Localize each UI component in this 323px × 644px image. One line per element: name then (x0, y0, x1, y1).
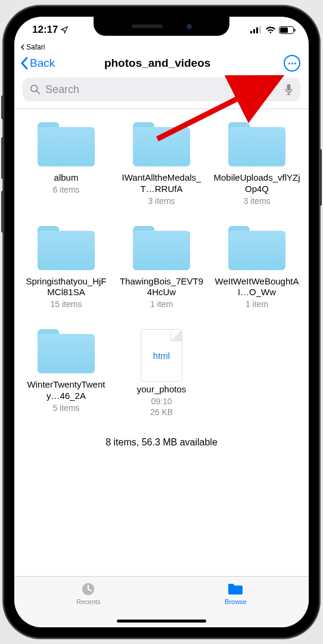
cellular-icon (250, 26, 262, 33)
item-name: MobileUploads_vflYZjOp4Q (213, 172, 300, 195)
file-icon: html (141, 329, 182, 382)
svg-rect-2 (256, 27, 258, 33)
location-icon (60, 26, 69, 34)
file-item[interactable]: html your_photos 09:10 26 KB (118, 329, 205, 417)
item-sub: 6 items (23, 185, 110, 194)
notch (94, 17, 229, 36)
wifi-icon (265, 26, 276, 34)
clock-icon (80, 581, 97, 597)
folder-item[interactable]: IWantAlltheMedals_T…RRUfA 3 items (118, 122, 205, 206)
search-placeholder: Search (45, 83, 79, 96)
item-name: IWantAlltheMedals_T…RRUfA (118, 172, 205, 195)
folder-icon (133, 122, 190, 166)
phone-frame: 12:17 Safari Back photos_and_videos (4, 6, 319, 638)
folder-icon (133, 226, 190, 270)
item-sub: 3 items (118, 196, 205, 206)
svg-rect-1 (253, 29, 255, 33)
folder-item[interactable]: WeItWeItWeBoughtAI…O_Ww 1 item (213, 226, 300, 309)
chevron-left-icon (19, 56, 30, 70)
folder-item[interactable]: ThawingBois_7EVT94HcUw 1 item (118, 226, 205, 309)
folder-icon (38, 329, 95, 373)
item-name: WeItWeItWeBoughtAI…O_Ww (213, 276, 300, 299)
tab-browse[interactable]: Browse (225, 581, 247, 627)
svg-rect-3 (259, 26, 261, 33)
home-indicator[interactable] (117, 620, 206, 623)
screen: 12:17 Safari Back photos_and_videos (14, 17, 309, 627)
svg-rect-5 (280, 27, 288, 33)
item-name: your_photos (118, 384, 205, 395)
item-sub: 1 item (213, 299, 300, 309)
file-badge: html (153, 351, 170, 361)
folder-icon (228, 122, 285, 166)
folder-icon (38, 226, 95, 270)
folder-icon (38, 122, 95, 166)
item-sub: 3 items (213, 196, 300, 206)
item-name: ThawingBois_7EVT94HcUw (118, 276, 205, 299)
svg-rect-6 (294, 29, 296, 32)
item-sub: 09:10 (118, 397, 205, 406)
volume-up-button (1, 137, 4, 179)
svg-point-7 (31, 85, 38, 92)
item-name: Springisthatyou_HjFMCl81SA (23, 276, 110, 299)
tab-label: Browse (225, 598, 247, 605)
navigation-bar: Back photos_and_videos (14, 52, 309, 75)
page-title: photos_and_videos (31, 57, 284, 70)
folder-grid: album 6 items IWantAlltheMedals_T…RRUfA … (14, 116, 309, 417)
search-input[interactable]: Search (23, 78, 300, 101)
folder-item[interactable]: album 6 items (23, 122, 110, 206)
item-sub: 5 items (23, 403, 110, 413)
svg-rect-0 (250, 31, 252, 33)
microphone-icon[interactable] (284, 83, 293, 95)
svg-line-8 (37, 91, 39, 94)
folder-tab-icon (227, 581, 244, 597)
item-name: WinterTwentyTwenty…46_2A (23, 379, 110, 402)
folder-item[interactable]: MobileUploads_vflYZjOp4Q 3 items (213, 122, 300, 206)
folder-item[interactable]: Springisthatyou_HjFMCl81SA 15 items (23, 226, 110, 309)
tab-bar: Recents Browse (14, 576, 309, 627)
item-sub2: 26 KB (118, 407, 205, 417)
svg-rect-9 (287, 84, 291, 91)
side-button (1, 95, 4, 119)
battery-icon (279, 26, 296, 34)
divider (14, 109, 309, 109)
folder-icon (228, 226, 285, 270)
back-to-app-label: Safari (26, 43, 45, 51)
volume-down-button (1, 191, 4, 233)
item-name: album (23, 172, 110, 184)
summary-text: 8 items, 56.3 MB available (14, 437, 309, 448)
status-time: 12:17 (32, 24, 58, 36)
item-sub: 15 items (23, 299, 110, 309)
item-sub: 1 item (118, 299, 205, 309)
power-button (319, 149, 322, 206)
ellipsis-icon (288, 63, 296, 64)
search-icon (30, 84, 41, 95)
tab-recents[interactable]: Recents (76, 581, 100, 627)
tab-label: Recents (76, 598, 100, 605)
back-to-app[interactable]: Safari (14, 43, 309, 52)
more-button[interactable] (284, 55, 300, 72)
folder-item[interactable]: WinterTwentyTwenty…46_2A 5 items (23, 329, 110, 417)
